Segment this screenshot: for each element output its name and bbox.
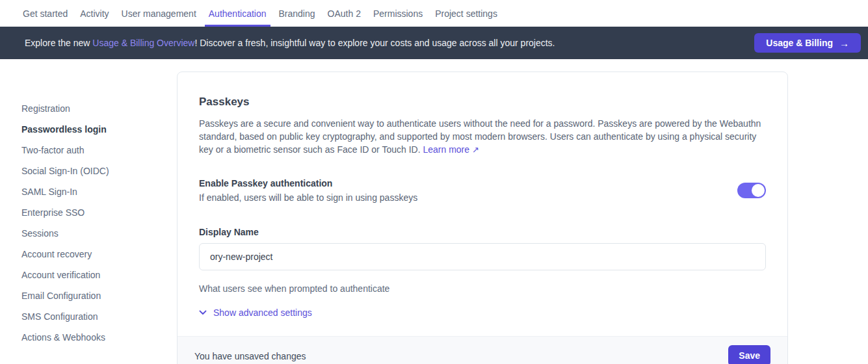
show-advanced-settings[interactable]: Show advanced settings: [199, 307, 766, 318]
show-advanced-settings-label: Show advanced settings: [213, 307, 312, 318]
top-navigation: Get started Activity User management Aut…: [0, 0, 868, 27]
enable-passkey-label: Enable Passkey authentication: [199, 178, 417, 188]
arrow-right-icon: →: [839, 38, 849, 49]
toggle-knob: [752, 184, 765, 197]
sidebar-item-saml-sign-in[interactable]: SAML Sign-In: [21, 181, 177, 202]
sidebar-item-email-configuration[interactable]: Email Configuration: [21, 285, 177, 306]
sidebar-item-sms-configuration[interactable]: SMS Configuration: [21, 306, 177, 327]
sidebar-item-enterprise-sso[interactable]: Enterprise SSO: [21, 202, 177, 223]
sidebar-item-sessions[interactable]: Sessions: [21, 223, 177, 244]
usage-billing-overview-link[interactable]: Usage & Billing Overview: [92, 38, 194, 48]
passkey-toggle[interactable]: [737, 183, 766, 198]
sidebar-item-account-verification[interactable]: Account verification: [21, 265, 177, 285]
tab-activity[interactable]: Activity: [80, 0, 109, 27]
sidebar-item-actions-webhooks[interactable]: Actions & Webhooks: [21, 327, 177, 348]
tab-branding[interactable]: Branding: [279, 0, 315, 27]
chevron-down-icon: [199, 310, 207, 315]
passkeys-settings-card: Passkeys Passkeys are a secure and conve…: [177, 72, 788, 364]
learn-more-link[interactable]: Learn more ↗: [423, 144, 479, 155]
tab-user-management[interactable]: User management: [122, 0, 196, 27]
enable-passkey-description: If enabled, users will be able to sign i…: [199, 192, 417, 203]
display-name-helper: What users see when prompted to authenti…: [199, 283, 766, 294]
sidebar-item-two-factor-auth[interactable]: Two-factor auth: [21, 140, 177, 161]
usage-billing-button-label: Usage & Billing: [766, 38, 833, 48]
enable-passkey-row: Enable Passkey authentication If enabled…: [199, 178, 766, 203]
enable-passkey-text: Enable Passkey authentication If enabled…: [199, 178, 417, 203]
tab-authentication[interactable]: Authentication: [209, 0, 267, 27]
passkeys-description-text: Passkeys are a secure and convenient way…: [199, 118, 761, 155]
sidebar-item-passwordless-login[interactable]: Passwordless login: [21, 119, 177, 140]
usage-billing-button[interactable]: Usage & Billing →: [754, 33, 861, 53]
banner-text-suffix: ! Discover a fresh, insightful way to ex…: [194, 38, 555, 48]
tab-oauth2[interactable]: OAuth 2: [328, 0, 361, 27]
display-name-block: Display Name What users see when prompte…: [199, 227, 766, 294]
settings-sidebar: Registration Passwordless login Two-fact…: [0, 59, 177, 348]
display-name-input[interactable]: [199, 243, 766, 270]
sidebar-item-registration[interactable]: Registration: [21, 98, 177, 119]
display-name-label: Display Name: [199, 227, 766, 237]
sidebar-item-social-sign-in[interactable]: Social Sign-In (OIDC): [21, 161, 177, 181]
passkeys-description: Passkeys are a secure and convenient way…: [199, 117, 766, 157]
banner-text-prefix: Explore the new: [25, 38, 92, 48]
tab-get-started[interactable]: Get started: [23, 0, 68, 27]
learn-more-label: Learn more: [423, 144, 469, 155]
page-title: Passkeys: [199, 96, 766, 109]
content-area: Registration Passwordless login Two-fact…: [0, 59, 868, 364]
unsaved-changes-status: You have unsaved changes: [194, 345, 306, 361]
banner-message: Explore the new Usage & Billing Overview…: [25, 38, 754, 48]
usage-billing-banner: Explore the new Usage & Billing Overview…: [0, 27, 868, 59]
tab-project-settings[interactable]: Project settings: [435, 0, 497, 27]
tab-permissions[interactable]: Permissions: [373, 0, 423, 27]
save-button[interactable]: Save: [728, 345, 770, 364]
sidebar-item-account-recovery[interactable]: Account recovery: [21, 244, 177, 265]
unsaved-changes-bar: You have unsaved changes Save: [178, 336, 787, 364]
external-link-icon: ↗: [472, 145, 479, 155]
